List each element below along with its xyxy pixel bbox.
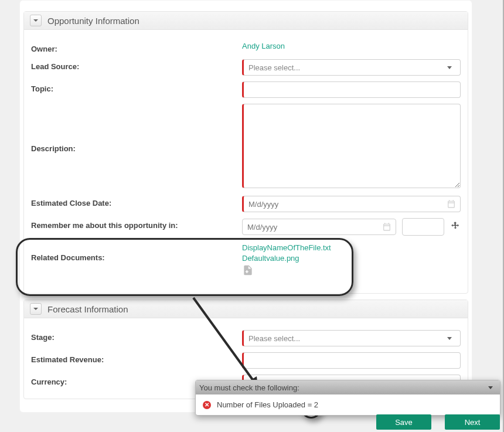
- panel-opportunity: Opportunity Information Owner: Andy Lars…: [23, 11, 468, 294]
- panel-forecast-title: Forecast Information: [47, 304, 128, 314]
- stage-select[interactable]: Please select...: [242, 330, 461, 346]
- calendar-icon[interactable]: [447, 199, 456, 210]
- label-related-documents: Related Documents:: [31, 241, 242, 262]
- estimated-close-date-input[interactable]: [242, 196, 461, 212]
- label-estimated-revenue: Estimated Revenue:: [31, 352, 242, 364]
- label-reminder: Remember me about this opportunity in:: [31, 218, 242, 230]
- validation-message: Number of Files Uploaded = 2: [217, 400, 318, 409]
- caret-down-icon: [488, 386, 493, 389]
- validation-popup-title: You must check the following:: [199, 383, 299, 392]
- reminder-date-input[interactable]: [242, 219, 396, 235]
- next-button[interactable]: Next: [445, 414, 500, 430]
- move-icon[interactable]: [450, 221, 461, 233]
- document-link[interactable]: Defaultvalue.png: [242, 254, 461, 263]
- label-lead-source: Lead Source:: [31, 59, 242, 71]
- label-topic: Topic:: [31, 81, 242, 93]
- reminder-offset-input[interactable]: [402, 218, 444, 236]
- description-textarea[interactable]: [242, 104, 461, 188]
- topic-input[interactable]: [242, 81, 461, 98]
- form-card: Opportunity Information Owner: Andy Lars…: [19, 0, 472, 413]
- panel-opportunity-title: Opportunity Information: [47, 16, 139, 26]
- value-owner: Andy Larson: [242, 42, 461, 50]
- add-document-icon[interactable]: [242, 269, 254, 278]
- panel-forecast-header[interactable]: Forecast Information: [24, 300, 468, 318]
- chevron-down-icon[interactable]: [30, 15, 42, 26]
- document-link[interactable]: DisplayNameOfTheFile.txt: [242, 243, 461, 252]
- label-stage: Stage:: [31, 330, 242, 342]
- label-owner: Owner:: [31, 42, 242, 53]
- error-icon: ✕: [203, 401, 211, 409]
- caret-down-icon: [447, 337, 452, 340]
- caret-down-icon: [447, 66, 452, 69]
- validation-popup: You must check the following: ✕ Number o…: [195, 380, 500, 416]
- label-estimated-close: Estimated Close Date:: [31, 196, 242, 208]
- estimated-revenue-input[interactable]: [242, 352, 461, 369]
- panel-opportunity-header[interactable]: Opportunity Information: [24, 12, 468, 30]
- chevron-down-icon[interactable]: [30, 303, 42, 315]
- label-description: Description:: [31, 141, 242, 153]
- validation-popup-header[interactable]: You must check the following:: [196, 380, 500, 394]
- save-button[interactable]: Save: [376, 414, 431, 430]
- lead-source-select[interactable]: Please select...: [242, 59, 461, 76]
- calendar-icon[interactable]: [382, 222, 391, 233]
